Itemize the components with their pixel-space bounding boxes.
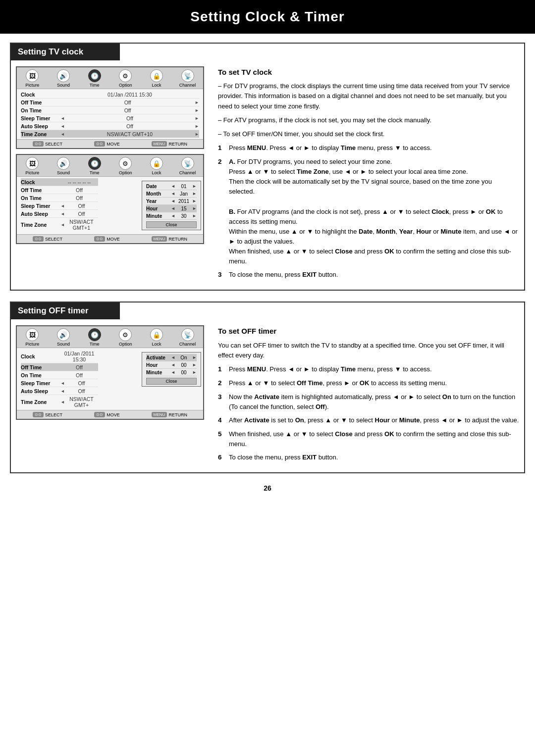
table-row: Clock -- -- -- -- -- <box>21 178 98 186</box>
step-text-ot1: Press MENU. Press ◄ or ► to display Time… <box>229 364 519 375</box>
submenu-close-off[interactable]: Close <box>146 378 197 385</box>
clock-label-2: Clock <box>21 179 60 185</box>
return-item: MENU RETURN <box>152 141 187 147</box>
icon-channel-3: 📡 Channel <box>177 328 199 347</box>
table-row: Off Time Off <box>21 186 98 194</box>
icon-time-3: 🕐 Time <box>84 328 106 347</box>
icon-sound: 🔊 Sound <box>53 69 74 88</box>
hour-value-off: 00 <box>175 362 192 368</box>
time-zone-label-3: Time Zone <box>21 399 60 405</box>
return-btn: MENU <box>152 141 167 147</box>
option-label-2: Option <box>119 170 132 175</box>
time-zone-value-3: NSW/ACT GMT+ <box>65 396 98 408</box>
on-time-arrow: ► <box>195 108 199 113</box>
icon-picture-2: 🖼 Picture <box>21 157 43 175</box>
table-row: On Time Off <box>21 371 98 379</box>
select-label: SELECT <box>45 142 62 147</box>
sound-label-3: Sound <box>57 342 70 347</box>
time-zone-right: ► <box>195 132 199 137</box>
tv-clock-right: To set TV clock – For DTV programs, the … <box>213 66 519 284</box>
step-text-1: Press MENU. Press ◄ or ► to display Time… <box>229 143 519 153</box>
return-label-3: RETURN <box>168 412 187 417</box>
sound-label-2: Sound <box>57 170 70 175</box>
on-time-value-3: Off <box>60 372 98 378</box>
channel-label: Channel <box>179 83 196 88</box>
select-btn-3: ⊙⊙ <box>33 412 44 417</box>
tv-menu-2: 🖼 Picture 🔊 Sound 🕐 Time ⚙ <box>16 154 204 244</box>
tv-submenu-off-timer: Activate ◄ On ► Hour ◄ 00 ► <box>142 352 201 387</box>
move-item-2: ⊙⊙ MOVE <box>94 236 120 242</box>
off-time-arrow: ► <box>195 100 199 105</box>
submenu-close[interactable]: Close <box>146 221 197 228</box>
select-label-3: SELECT <box>45 412 62 417</box>
tv-clock-step3: 3 To close the menu, press EXIT button. <box>218 270 519 280</box>
picture-label-3: Picture <box>25 342 39 347</box>
submenu-row-hour-off: Hour ◄ 00 ► <box>146 361 197 369</box>
off-time-value: Off <box>60 100 195 105</box>
section-tv-clock-title: Setting TV clock <box>11 44 120 60</box>
channel-label-3: Channel <box>179 342 196 347</box>
tv-clock-para2: – For ATV programs, if the clock is not … <box>218 115 519 125</box>
icon-sound-3: 🔊 Sound <box>53 328 74 347</box>
section-off-timer: Setting OFF timer 🖼 Picture 🔊 Sound <box>10 302 525 473</box>
time-icon: 🕐 <box>88 69 101 82</box>
tv-menu-2-rows: Clock -- -- -- -- -- Off Time Off On Tim… <box>17 177 102 234</box>
sleep-timer-left: ◄ <box>60 116 65 121</box>
submenu-row-year: Year ◄ 2011 ► <box>146 198 197 205</box>
step-text-ot2: Press ▲ or ▼ to select Off Time, press ►… <box>229 378 519 389</box>
clock-label-3: Clock <box>21 353 60 359</box>
lock-icon-3: 🔒 <box>150 328 163 341</box>
icon-time: 🕐 Time <box>84 69 106 88</box>
icon-option-2: ⚙ Option <box>114 157 136 175</box>
section-tv-clock-inner: 🖼 Picture 🔊 Sound 🕐 Time ⚙ <box>11 60 524 290</box>
year-label: Year <box>146 199 171 204</box>
date-value: 01 <box>175 184 192 189</box>
tv-bottom-bar-1: ⊙⊙ SELECT ⊙⊙ MOVE MENU RETURN <box>17 139 203 148</box>
off-time-label: Off Time <box>21 100 60 105</box>
off-time-value-3: Off <box>60 364 98 370</box>
tv-bottom-bar-3: ⊙⊙ SELECT ⊙⊙ MOVE MENU RETURN <box>17 410 203 419</box>
step-num-ot4: 4 <box>218 415 229 426</box>
table-row: Sleep Timer ◄ Off <box>21 202 98 210</box>
move-label-2: MOVE <box>107 237 120 242</box>
sound-label: Sound <box>57 83 70 88</box>
select-item-2: ⊙⊙ SELECT <box>33 236 62 242</box>
time-label: Time <box>90 83 100 88</box>
off-time-label-3: Off Time <box>21 364 60 370</box>
sound-icon-3: 🔊 <box>57 328 70 341</box>
icon-option-3: ⚙ Option <box>114 328 136 347</box>
move-btn-3: ⊙⊙ <box>94 412 105 417</box>
activate-value: On <box>175 355 192 360</box>
tv-clock-left: 🖼 Picture 🔊 Sound 🕐 Time ⚙ <box>16 66 204 284</box>
return-label: RETURN <box>168 142 187 147</box>
on-time-label-2: On Time <box>21 195 60 201</box>
off-timer-step2: 2 Press ▲ or ▼ to select Off Time, press… <box>218 378 519 389</box>
picture-label: Picture <box>25 83 39 88</box>
tv-clock-para3: – To set OFF timer/ON timer, you should … <box>218 129 519 139</box>
hour-label-off: Hour <box>146 362 171 368</box>
option-icon-3: ⚙ <box>119 328 132 341</box>
step-num-ot6: 6 <box>218 453 229 463</box>
option-icon: ⚙ <box>119 69 132 82</box>
off-timer-right: To set OFF timer You can set OFF timer t… <box>213 325 519 466</box>
return-item-2: MENU RETURN <box>152 236 187 242</box>
picture-icon: 🖼 <box>26 69 39 82</box>
on-time-value: Off <box>60 107 195 113</box>
tv-menu-1-rows: Clock 01/Jan /2011 15:30 Off Time Off ► … <box>17 89 203 139</box>
select-item-3: ⊙⊙ SELECT <box>33 412 62 417</box>
tv-clock-para1: – For DTV programs, the clock displays t… <box>218 81 519 111</box>
off-timer-step5: 5 When finished, use ▲ or ▼ to select Cl… <box>218 429 519 449</box>
move-item: ⊙⊙ MOVE <box>94 141 120 147</box>
clock-label: Clock <box>21 92 60 98</box>
activate-label: Activate <box>146 355 171 360</box>
auto-sleep-left: ◄ <box>60 124 65 129</box>
minute-value: 30 <box>175 213 192 219</box>
tv-submenu-off-timer-container: Activate ◄ On ► Hour ◄ 00 ► <box>102 348 203 410</box>
move-label-3: MOVE <box>107 412 120 417</box>
table-row: On Time Off ► <box>21 106 199 114</box>
auto-sleep-label: Auto Sleep <box>21 123 60 129</box>
lock-label-2: Lock <box>152 170 161 175</box>
submenu-row-date: Date ◄ 01 ► <box>146 183 197 190</box>
off-time-label-2: Off Time <box>21 187 60 193</box>
tv-menu-1-icons: 🖼 Picture 🔊 Sound 🕐 Time ⚙ <box>17 67 203 89</box>
